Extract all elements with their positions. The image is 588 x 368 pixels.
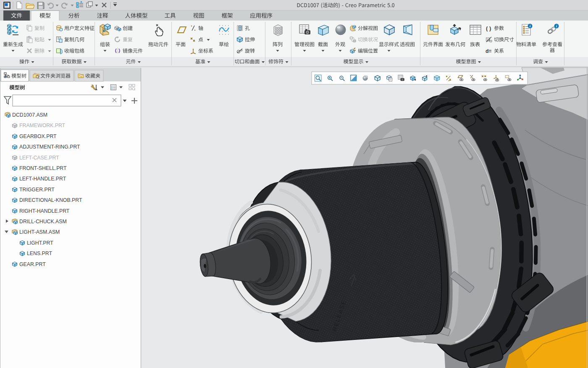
svg-text:DCD1007.ASM: DCD1007.ASM [12,112,47,118]
svg-text:ADJUSTMENT-RING.PRT: ADJUSTMENT-RING.PRT [19,144,80,150]
svg-text:( ): ( ) [486,25,491,31]
svg-text:RIGHT-HANDLE.PRT: RIGHT-HANDLE.PRT [19,208,70,214]
svg-text:GEAR.PRT: GEAR.PRT [19,261,46,267]
svg-text:TRIGGER.PRT: TRIGGER.PRT [19,187,55,193]
svg-text:FRONT-SHELL.PRT: FRONT-SHELL.PRT [19,165,67,171]
svg-text:FRAMEWORK.PRT: FRAMEWORK.PRT [19,123,66,128]
svg-text:GEARBOX.PRT: GEARBOX.PRT [19,133,57,139]
svg-text:LIGHT-ASM.ASM: LIGHT-ASM.ASM [19,229,60,235]
svg-text:d=: d= [486,48,491,54]
svg-text:DRILL-CHUCK.ASM: DRILL-CHUCK.ASM [19,219,67,224]
svg-text:LIGHT.PRT: LIGHT.PRT [27,240,53,246]
svg-text:LENS.PRT: LENS.PRT [27,251,52,256]
svg-text:LEFT-CASE.PRT: LEFT-CASE.PRT [19,155,59,161]
svg-text:DIRECTIONAL-KNOB.PRT: DIRECTIONAL-KNOB.PRT [19,197,82,203]
svg-text:LEFT-HANDLE.PRT: LEFT-HANDLE.PRT [19,176,66,182]
